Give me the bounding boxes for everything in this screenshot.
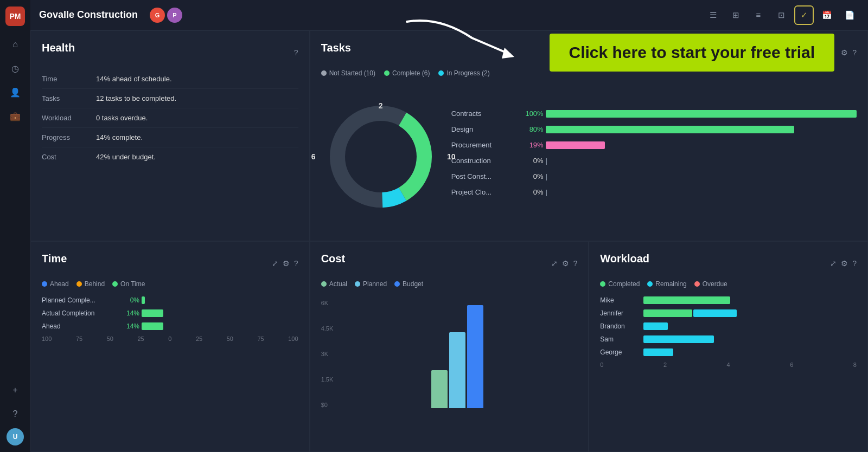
legend-label-remaining: Remaining — [655, 280, 686, 288]
donut-label-right: 10 — [447, 152, 456, 161]
progress-label-contracts: Contracts — [451, 109, 516, 118]
bar-planned-1 — [449, 332, 465, 408]
progress-row-construction: Construction 0% | — [451, 157, 857, 165]
workload-rows: Mike Jennifer Brandon — [600, 296, 857, 356]
bar-budget-1 — [467, 305, 483, 408]
toolbar-list[interactable]: ☰ — [703, 5, 723, 25]
avatar-p[interactable]: P — [167, 8, 182, 23]
legend-overdue: Overdue — [694, 280, 727, 288]
cost-legend: Actual Planned Budget — [321, 280, 578, 288]
time-bar-ahead — [142, 322, 298, 330]
toolbar-table[interactable]: ≡ — [749, 5, 768, 25]
legend-label-in-progress: In Progress (2) — [446, 69, 489, 77]
cost-settings-icon[interactable]: ⚙ — [562, 259, 569, 268]
legend-label-budget: Budget — [403, 280, 423, 288]
time-label-actual: Actual Completion — [42, 309, 118, 317]
legend-on-time: On Time — [112, 280, 145, 288]
workload-bar-jennifer-completed — [643, 309, 692, 317]
app-logo[interactable]: PM — [5, 7, 25, 26]
toolbar-dashboard[interactable]: ✓ — [794, 5, 814, 25]
progress-pct-procurement: 19% — [516, 141, 544, 149]
cost-y-15k: 1.5K — [321, 376, 334, 383]
workload-bar-brandon-remaining — [643, 322, 668, 330]
workload-row-jennifer: Jennifer — [600, 309, 857, 317]
time-settings-icon[interactable]: ⚙ — [283, 259, 290, 268]
time-help-icon[interactable]: ? — [294, 259, 298, 268]
legend-not-started: Not Started (10) — [321, 69, 375, 77]
sidebar-home[interactable]: ⌂ — [5, 35, 25, 54]
legend-dot-complete — [384, 70, 390, 76]
cost-help-icon[interactable]: ? — [573, 259, 578, 268]
time-label-planned: Planned Comple... — [42, 296, 118, 304]
toolbar-gantt[interactable]: ⊡ — [771, 5, 791, 25]
sidebar-add[interactable]: + — [5, 380, 25, 400]
health-header: Health ? — [42, 42, 298, 63]
workload-help-icon[interactable]: ? — [852, 259, 857, 268]
health-label-tasks: Tasks — [42, 94, 96, 102]
toolbar-calendar[interactable]: 📅 — [817, 5, 837, 25]
tasks-body: 2 6 10 Contracts 100% Design 80 — [321, 83, 857, 230]
sidebar-history[interactable]: ◷ — [5, 59, 25, 78]
progress-row-contracts: Contracts 100% — [451, 109, 857, 118]
time-expand-icon[interactable]: ⤢ — [272, 259, 278, 268]
toolbar-docs[interactable]: 📄 — [840, 5, 859, 25]
legend-dot-actual — [321, 281, 327, 287]
time-header: Time ⤢ ⚙ ? — [42, 253, 298, 274]
time-axis-50l: 50 — [107, 335, 113, 342]
health-row-workload: Workload 0 tasks overdue. — [42, 108, 298, 128]
workload-axis-2: 2 — [663, 361, 667, 368]
cta-banner[interactable]: Click here to start your free trial — [550, 34, 835, 72]
legend-actual: Actual — [321, 280, 347, 288]
workload-panel: Workload ⤢ ⚙ ? Completed Remaining — [589, 241, 868, 452]
header: Govalle Construction G P ☰ ⊞ ≡ ⊡ ✓ 📅 📄 — [30, 0, 868, 30]
workload-row-brandon: Brandon — [600, 322, 857, 330]
tasks-settings-icon[interactable]: ⚙ — [841, 48, 848, 57]
time-fill-ahead — [142, 322, 163, 330]
progress-pct-contracts: 100% — [516, 109, 544, 118]
workload-axis-8: 8 — [853, 361, 857, 368]
legend-dot-not-started — [321, 70, 327, 76]
cost-expand-icon[interactable]: ⤢ — [551, 259, 558, 268]
workload-row-sam: Sam — [600, 335, 857, 343]
health-value-time: 14% ahead of schedule. — [96, 75, 172, 83]
tasks-icons: ⚙ ? — [841, 48, 857, 57]
health-help-icon[interactable]: ? — [294, 48, 298, 57]
workload-expand-icon[interactable]: ⤢ — [830, 259, 837, 268]
cost-y-labels: 6K 4.5K 3K 1.5K $0 — [321, 300, 338, 408]
workload-axis-6: 6 — [790, 361, 793, 368]
user-avatar[interactable]: U — [7, 428, 24, 445]
workload-settings-icon[interactable]: ⚙ — [841, 259, 848, 268]
health-label-progress: Progress — [42, 133, 96, 141]
legend-completed: Completed — [600, 280, 640, 288]
cost-bars — [337, 294, 577, 408]
workload-axis-4: 4 — [727, 361, 730, 368]
sidebar-people[interactable]: 👤 — [5, 82, 25, 102]
workload-bars-george — [643, 348, 857, 356]
sidebar-portfolio[interactable]: 💼 — [5, 106, 25, 126]
time-panel: Time ⤢ ⚙ ? Ahead Behind On Tim — [30, 241, 310, 452]
avatar-g[interactable]: G — [150, 8, 165, 23]
cost-y-3k: 3K — [321, 351, 334, 357]
tasks-help-icon[interactable]: ? — [852, 48, 857, 57]
progress-row-design: Design 80% — [451, 125, 857, 133]
legend-label-on-time: On Time — [120, 280, 145, 288]
legend-label-overdue: Overdue — [703, 280, 727, 288]
legend-dot-completed — [600, 281, 605, 287]
time-axis-25r: 25 — [196, 335, 202, 342]
sidebar-help[interactable]: ? — [5, 404, 25, 424]
header-avatars: G P — [150, 8, 182, 23]
cost-panel: Cost ⤢ ⚙ ? Actual Planned Budg — [310, 241, 589, 452]
legend-label-planned: Planned — [363, 280, 387, 288]
legend-budget: Budget — [394, 280, 423, 288]
time-row-actual: Actual Completion 14% — [42, 309, 298, 317]
workload-bar-jennifer-remaining — [693, 309, 737, 317]
legend-label-actual: Actual — [329, 280, 347, 288]
health-row-time: Time 14% ahead of schedule. — [42, 69, 298, 89]
toolbar-board[interactable]: ⊞ — [726, 5, 745, 25]
workload-title: Workload — [600, 253, 649, 265]
workload-name-brandon: Brandon — [600, 322, 643, 330]
legend-remaining: Remaining — [647, 280, 686, 288]
legend-label-ahead: Ahead — [50, 280, 69, 288]
health-row-cost: Cost 42% under budget. — [42, 147, 298, 166]
legend-in-progress: In Progress (2) — [438, 69, 489, 77]
